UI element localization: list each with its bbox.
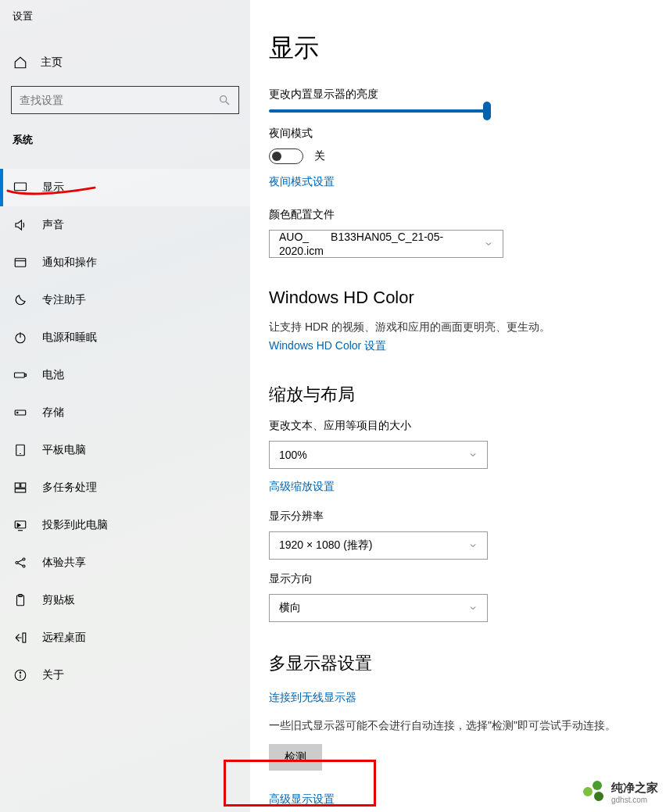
svg-rect-4 xyxy=(15,259,26,267)
sidebar-item-remote[interactable]: 远程桌面 xyxy=(0,619,250,656)
home-label: 主页 xyxy=(41,55,63,70)
project-icon xyxy=(13,517,28,533)
hdcolor-desc: 让支持 HDR 的视频、游戏和应用的画面更明亮、更生动。 xyxy=(269,320,636,334)
advanced-display-link[interactable]: 高级显示设置 xyxy=(269,792,335,807)
chevron-down-icon xyxy=(468,450,478,460)
svg-point-11 xyxy=(17,412,19,413)
wireless-display-link[interactable]: 连接到无线显示器 xyxy=(269,691,356,705)
svg-rect-14 xyxy=(15,483,20,488)
sidebar-item-label: 多任务处理 xyxy=(42,481,97,495)
orientation-select[interactable]: 横向 xyxy=(269,594,488,622)
brightness-label: 更改内置显示器的亮度 xyxy=(269,88,666,102)
svg-point-20 xyxy=(23,565,25,567)
svg-rect-16 xyxy=(15,489,26,493)
sidebar-item-battery[interactable]: 电池 xyxy=(0,356,250,394)
night-mode-toggle[interactable] xyxy=(269,148,303,164)
hdcolor-heading: Windows HD Color xyxy=(269,288,666,308)
multi-heading: 多显示器设置 xyxy=(269,652,666,675)
detect-button[interactable]: 检测 xyxy=(269,744,322,771)
svg-line-22 xyxy=(18,563,23,566)
storage-icon xyxy=(13,405,28,420)
brightness-slider[interactable] xyxy=(269,109,488,113)
resolution-label: 显示分辨率 xyxy=(269,510,666,524)
svg-point-28 xyxy=(20,672,21,674)
night-mode-label: 夜间模式 xyxy=(269,127,666,141)
battery-icon xyxy=(13,367,28,383)
monitor-icon xyxy=(13,180,28,195)
resolution-select[interactable]: 1920 × 1080 (推荐) xyxy=(269,531,488,560)
sidebar-item-label: 关于 xyxy=(42,668,64,682)
svg-point-19 xyxy=(23,558,25,560)
sidebar-item-project[interactable]: 投影到此电脑 xyxy=(0,506,250,544)
sidebar-item-label: 电源和睡眠 xyxy=(42,331,97,345)
clipboard-icon xyxy=(13,592,28,608)
orientation-label: 显示方向 xyxy=(269,572,666,586)
hdcolor-link[interactable]: Windows HD Color 设置 xyxy=(269,339,386,353)
sidebar-item-label: 远程桌面 xyxy=(42,631,86,645)
sidebar-item-share[interactable]: 体验共享 xyxy=(0,544,250,581)
sidebar-item-clipboard[interactable]: 剪贴板 xyxy=(0,581,250,619)
sidebar-item-about[interactable]: 关于 xyxy=(0,656,250,694)
select-value: 100% xyxy=(279,449,307,461)
sidebar-item-label: 通知和操作 xyxy=(42,256,97,270)
sidebar-item-display[interactable]: 显示 xyxy=(0,169,250,206)
power-icon xyxy=(13,330,28,345)
sidebar-item-sound[interactable]: 声音 xyxy=(0,206,250,244)
sidebar-item-label: 电池 xyxy=(42,368,64,382)
chevron-down-icon xyxy=(484,239,493,249)
sidebar-item-power[interactable]: 电源和睡眠 xyxy=(0,319,250,356)
sidebar-item-label: 显示 xyxy=(42,181,64,195)
svg-rect-8 xyxy=(15,373,25,377)
advanced-scale-link[interactable]: 高级缩放设置 xyxy=(269,480,335,494)
sidebar-item-label: 平板电脑 xyxy=(42,443,86,457)
sidebar-item-label: 体验共享 xyxy=(42,556,86,570)
sidebar-item-label: 投影到此电脑 xyxy=(42,518,108,532)
watermark-logo-icon xyxy=(583,781,607,804)
watermark-name: 纯净之家 xyxy=(611,781,658,794)
svg-line-21 xyxy=(18,560,23,562)
svg-rect-25 xyxy=(23,633,26,642)
moon-icon xyxy=(13,292,28,308)
speaker-icon xyxy=(13,217,28,233)
color-profile-label: 颜色配置文件 xyxy=(269,208,666,222)
sidebar-item-storage[interactable]: 存储 xyxy=(0,394,250,431)
sidebar-item-label: 专注助手 xyxy=(42,293,86,307)
page-title: 显示 xyxy=(269,31,666,66)
sidebar-item-tablet[interactable]: 平板电脑 xyxy=(0,431,250,469)
remote-icon xyxy=(13,630,28,646)
sidebar-item-multitask[interactable]: 多任务处理 xyxy=(0,469,250,506)
scale-select[interactable]: 100% xyxy=(269,441,488,469)
slider-thumb[interactable] xyxy=(483,102,491,120)
svg-rect-2 xyxy=(15,183,27,191)
share-icon xyxy=(13,555,28,571)
search-icon xyxy=(218,94,231,106)
night-mode-settings-link[interactable]: 夜间模式设置 xyxy=(269,175,335,189)
toggle-knob xyxy=(272,152,281,161)
window-title: 设置 xyxy=(0,0,250,30)
search-input[interactable] xyxy=(20,94,218,106)
scale-label: 更改文本、应用等项目的大小 xyxy=(269,419,666,433)
svg-point-18 xyxy=(16,562,18,564)
home-nav[interactable]: 主页 xyxy=(0,45,250,80)
select-value: 横向 xyxy=(279,601,301,615)
sidebar-item-label: 声音 xyxy=(42,218,64,232)
svg-point-0 xyxy=(220,96,227,102)
sidebar-item-notifications[interactable]: 通知和操作 xyxy=(0,244,250,281)
svg-rect-9 xyxy=(25,374,27,377)
toggle-state: 关 xyxy=(314,149,325,163)
watermark-url: gdhst.com xyxy=(611,796,658,804)
info-icon xyxy=(13,667,28,683)
search-box[interactable] xyxy=(11,86,239,114)
sidebar-item-focus[interactable]: 专注助手 xyxy=(0,281,250,319)
select-value: 1920 × 1080 (推荐) xyxy=(279,538,372,553)
scale-heading: 缩放与布局 xyxy=(269,383,666,406)
svg-rect-17 xyxy=(15,521,26,528)
watermark: 纯净之家 gdhst.com xyxy=(583,781,658,804)
chevron-down-icon xyxy=(468,541,478,550)
notification-icon xyxy=(13,255,28,270)
sidebar-item-label: 剪贴板 xyxy=(42,593,75,607)
group-header: 系统 xyxy=(0,114,250,153)
tablet-icon xyxy=(13,442,28,458)
multi-desc: 一些旧式显示器可能不会进行自动连接，选择"检测"即可尝试手动连接。 xyxy=(269,719,636,733)
color-profile-select[interactable]: AUO_ B133HAN05_C_21-05-2020.icm xyxy=(269,230,503,258)
